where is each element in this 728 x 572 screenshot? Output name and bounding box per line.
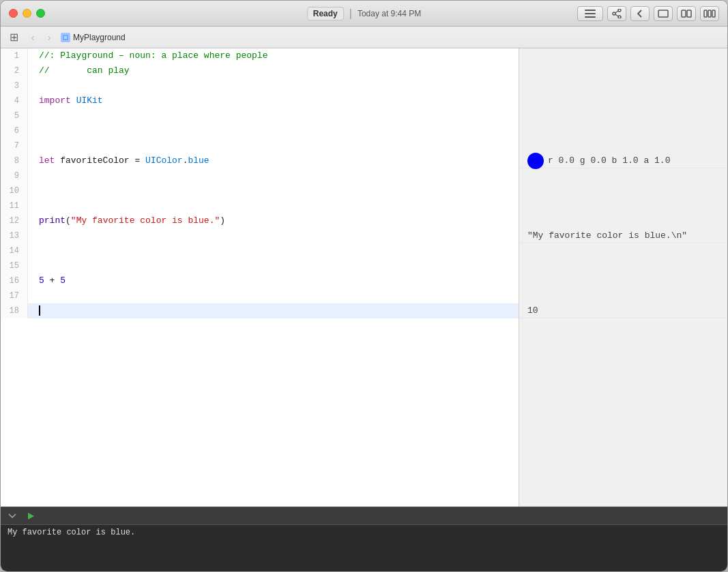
code-line-18[interactable]: 18 xyxy=(1,303,519,318)
svg-line-7 xyxy=(615,14,618,16)
code-line-16: 16 5 + 5 xyxy=(1,273,519,288)
svg-rect-8 xyxy=(658,10,668,17)
layout-triple-icon xyxy=(703,10,716,18)
svg-rect-1 xyxy=(585,13,596,14)
color-result-text: r 0.0 g 0.0 b 1.0 a 1.0 xyxy=(548,153,670,168)
run-button[interactable] xyxy=(24,509,38,523)
share-button[interactable] xyxy=(607,6,626,21)
console-output: My favorite color is blue. xyxy=(1,525,727,571)
console-toggle-icon xyxy=(8,511,17,521)
svg-rect-0 xyxy=(585,10,596,11)
svg-line-6 xyxy=(615,11,618,13)
titlebar-right xyxy=(577,6,719,21)
layout-triple-button[interactable] xyxy=(700,6,719,21)
code-line-9: 9 xyxy=(1,168,519,183)
svg-point-4 xyxy=(613,12,615,15)
status-badge: Ready xyxy=(307,7,344,20)
code-line-14: 14 xyxy=(1,243,519,258)
hamburger-button[interactable] xyxy=(577,6,603,21)
code-line-12: 12 print("My favorite color is blue.") xyxy=(1,213,519,228)
titlebar-center: Ready | Today at 9:44 PM xyxy=(307,7,422,20)
titlebar-time: Today at 9:44 PM xyxy=(358,9,421,18)
back-nav-button[interactable] xyxy=(630,6,650,21)
breadcrumb: MyPlayground xyxy=(61,33,126,42)
svg-rect-14 xyxy=(63,35,68,40)
console-area: My favorite color is blue. xyxy=(1,507,727,571)
code-line-4: 4 import UIKit xyxy=(1,93,519,108)
layout-single-button[interactable] xyxy=(654,6,673,21)
close-button[interactable] xyxy=(9,9,18,18)
result-line-16: 10 xyxy=(519,303,727,318)
results-panel: r 0.0 g 0.0 b 1.0 a 1.0 "My favorite col… xyxy=(519,48,727,507)
code-line-11: 11 xyxy=(1,198,519,213)
run-icon xyxy=(26,511,35,521)
console-toggle-button[interactable] xyxy=(6,510,18,522)
titlebar: Ready | Today at 9:44 PM xyxy=(1,1,727,27)
editor-padding xyxy=(1,318,519,359)
results-empty-top xyxy=(519,48,727,153)
results-empty-mid2 xyxy=(519,243,727,303)
code-editor[interactable]: 1 //: Playground – noun: a place where p… xyxy=(1,48,519,507)
main-window: Ready | Today at 9:44 PM xyxy=(0,0,728,572)
results-empty-bottom xyxy=(519,318,727,507)
file-icon xyxy=(61,33,70,42)
svg-rect-10 xyxy=(687,10,691,17)
results-empty-mid1 xyxy=(519,168,727,228)
console-text: My favorite color is blue. xyxy=(8,528,135,537)
code-line-7: 7 xyxy=(1,138,519,153)
svg-marker-17 xyxy=(28,513,34,520)
svg-rect-9 xyxy=(682,10,686,17)
code-line-13: 13 xyxy=(1,228,519,243)
color-dot xyxy=(527,153,544,169)
code-line-6: 6 xyxy=(1,123,519,138)
toolbar: ⊞ ‹ › MyPlayground xyxy=(1,27,727,48)
math-result-text: 10 xyxy=(527,303,538,318)
main-content: 1 //: Playground – noun: a place where p… xyxy=(1,48,727,507)
back-icon xyxy=(635,9,645,18)
back-button[interactable]: ‹ xyxy=(25,30,40,45)
share-icon xyxy=(612,9,622,18)
layout-split-icon xyxy=(681,10,692,18)
traffic-lights xyxy=(9,9,45,18)
result-line-8: r 0.0 g 0.0 b 1.0 a 1.0 xyxy=(519,153,727,168)
nav-buttons: ‹ › xyxy=(25,30,57,45)
code-line-15: 15 xyxy=(1,258,519,273)
code-line-3: 3 xyxy=(1,78,519,93)
code-line-2: 2 // can play xyxy=(1,63,519,78)
svg-rect-11 xyxy=(704,10,707,17)
svg-rect-13 xyxy=(712,10,715,17)
svg-rect-12 xyxy=(708,10,711,17)
code-line-1: 1 //: Playground – noun: a place where p… xyxy=(1,48,519,63)
print-result-text: "My favorite color is blue.\n" xyxy=(527,228,687,243)
maximize-button[interactable] xyxy=(36,9,45,18)
list-icon xyxy=(585,10,596,18)
layout-single-icon xyxy=(658,10,669,18)
code-line-17: 17 xyxy=(1,288,519,303)
console-toolbar xyxy=(1,507,727,525)
forward-button[interactable]: › xyxy=(42,30,57,45)
result-line-12: "My favorite color is blue.\n" xyxy=(519,228,727,243)
grid-view-button[interactable]: ⊞ xyxy=(6,30,21,45)
layout-split-button[interactable] xyxy=(677,6,696,21)
code-line-5: 5 xyxy=(1,108,519,123)
code-line-10: 10 xyxy=(1,183,519,198)
playground-file-icon xyxy=(62,34,69,41)
code-editor-area[interactable]: 1 //: Playground – noun: a place where p… xyxy=(1,48,519,507)
svg-point-5 xyxy=(618,16,621,18)
svg-rect-2 xyxy=(585,16,596,18)
breadcrumb-filename: MyPlayground xyxy=(73,33,126,42)
minimize-button[interactable] xyxy=(23,9,31,18)
svg-point-3 xyxy=(618,9,621,12)
code-line-8: 8 let favoriteColor = UIColor.blue xyxy=(1,153,519,168)
